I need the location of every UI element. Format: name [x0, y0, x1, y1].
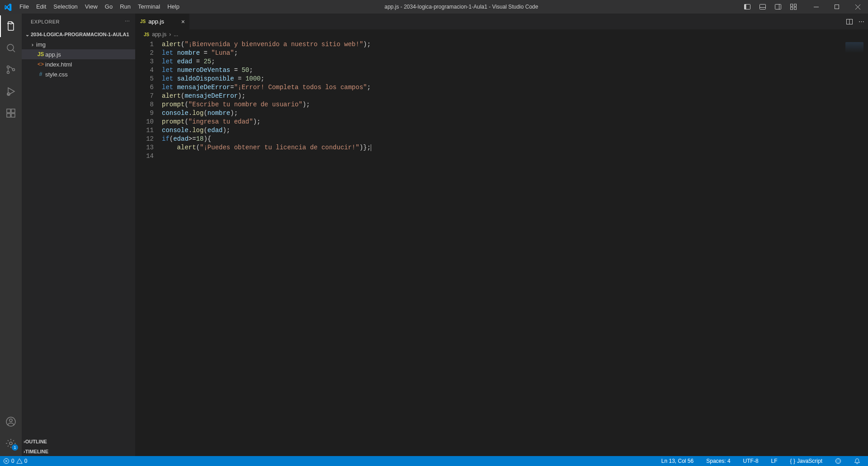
chevron-right-icon: › [29, 41, 36, 48]
more-actions-icon[interactable]: ⋯ [859, 18, 864, 25]
svg-rect-22 [11, 109, 15, 113]
activity-settings-icon[interactable]: 1 [0, 433, 22, 454]
menu-view[interactable]: View [81, 0, 101, 14]
svg-rect-10 [794, 7, 797, 10]
svg-point-24 [9, 419, 12, 422]
code-area[interactable]: alert("¡Bienvenida y bienvenido a nuestr… [162, 39, 841, 456]
breadcrumb-file: app.js [152, 31, 166, 38]
file-label: app.js [45, 51, 61, 58]
maximize-button[interactable] [826, 0, 847, 14]
status-problems[interactable]: 0 0 [0, 456, 30, 466]
chevron-down-icon: ⌄ [24, 32, 31, 38]
file-style-css[interactable]: # style.css [22, 69, 135, 79]
svg-rect-11 [814, 7, 819, 7]
activity-search-icon[interactable] [0, 37, 22, 59]
html-file-icon: <> [36, 61, 45, 67]
timeline-section[interactable]: › TIMELINE [22, 446, 135, 456]
svg-rect-7 [791, 4, 793, 6]
svg-line-14 [13, 50, 15, 52]
js-file-icon: JS [144, 32, 149, 37]
menu-terminal[interactable]: Terminal [134, 0, 164, 14]
explorer-title: EXPLORER [31, 19, 60, 24]
editor-body[interactable]: 1234567891011121314 alert("¡Bienvenida y… [136, 39, 868, 456]
tab-label: app.js [148, 18, 164, 25]
file-index-html[interactable]: <> index.html [22, 59, 135, 69]
activity-extensions-icon[interactable] [0, 102, 22, 124]
svg-rect-12 [835, 5, 839, 9]
activity-run-debug-icon[interactable] [0, 81, 22, 102]
activity-bar: 1 [0, 14, 22, 456]
status-language[interactable]: { } JavaScript [787, 456, 826, 466]
svg-point-15 [7, 66, 9, 68]
tabs-row: JS app.js × ⋯ [136, 14, 868, 29]
activity-source-control-icon[interactable] [0, 59, 22, 81]
title-bar: File Edit Selection View Go Run Terminal… [0, 0, 868, 14]
folder-img[interactable]: › img [22, 39, 135, 49]
close-tab-icon[interactable]: × [181, 18, 185, 25]
svg-rect-21 [11, 114, 15, 117]
menu-edit[interactable]: Edit [33, 0, 50, 14]
menu-file[interactable]: File [16, 0, 33, 14]
settings-badge: 1 [12, 444, 18, 451]
minimap[interactable] [841, 39, 868, 456]
svg-point-16 [7, 71, 9, 74]
status-eol[interactable]: LF [768, 456, 781, 466]
outline-section[interactable]: › OUTLINE [22, 436, 135, 446]
line-gutter: 1234567891011121314 [136, 39, 162, 456]
breadcrumb-rest: ... [174, 31, 178, 38]
minimize-button[interactable] [806, 0, 826, 14]
outline-label: OUTLINE [25, 439, 47, 444]
editor-group: JS app.js × ⋯ JS app.js › ... 1234567891… [136, 14, 868, 456]
svg-rect-1 [745, 5, 746, 10]
menu-run[interactable]: Run [116, 0, 134, 14]
svg-rect-8 [794, 4, 797, 6]
svg-point-25 [9, 442, 12, 445]
file-label: style.css [45, 71, 68, 78]
status-ln-col[interactable]: Ln 13, Col 56 [658, 456, 697, 466]
menu-go[interactable]: Go [101, 0, 116, 14]
project-root[interactable]: ⌄ 2034-LOGICA-PROGRAMACION-1-AULA1 [22, 29, 135, 39]
status-encoding[interactable]: UTF-8 [740, 456, 762, 466]
activity-explorer-icon[interactable] [0, 15, 22, 37]
status-errors: 0 [11, 458, 14, 464]
window-title: app.js - 2034-logica-programacion-1-Aula… [183, 4, 740, 10]
toggle-primary-sidebar-icon[interactable] [740, 0, 755, 14]
status-spaces[interactable]: Spaces: 4 [703, 456, 733, 466]
vscode-logo-icon [0, 3, 16, 11]
svg-rect-19 [7, 109, 10, 113]
menu-help[interactable]: Help [164, 0, 183, 14]
svg-point-13 [7, 44, 14, 51]
file-app-js[interactable]: JS app.js [22, 49, 135, 59]
svg-point-17 [13, 69, 15, 71]
breadcrumb[interactable]: JS app.js › ... [136, 29, 868, 39]
toggle-panel-icon[interactable] [755, 0, 770, 14]
customize-layout-icon[interactable] [786, 0, 801, 14]
status-bar: 0 0 Ln 13, Col 56 Spaces: 4 UTF-8 LF { }… [0, 456, 868, 466]
activity-accounts-icon[interactable] [0, 411, 22, 433]
toggle-secondary-sidebar-icon[interactable] [770, 0, 786, 14]
svg-rect-9 [791, 7, 793, 10]
svg-rect-5 [775, 5, 781, 10]
split-editor-icon[interactable] [846, 18, 853, 25]
minimap-preview [845, 42, 863, 53]
breadcrumb-sep: › [169, 31, 171, 38]
timeline-label: TIMELINE [25, 449, 48, 454]
close-button[interactable] [847, 0, 868, 14]
explorer-sidebar: EXPLORER ⋯ ⌄ 2034-LOGICA-PROGRAMACION-1-… [22, 14, 136, 456]
tab-app-js[interactable]: JS app.js × [136, 14, 190, 29]
explorer-more-icon[interactable]: ⋯ [125, 19, 130, 24]
status-language-label: JavaScript [797, 458, 822, 464]
menu-selection[interactable]: Selection [50, 0, 81, 14]
menu-bar: File Edit Selection View Go Run Terminal… [16, 0, 183, 14]
status-feedback-icon[interactable] [832, 456, 844, 466]
braces-icon: { } [790, 458, 795, 464]
file-label: index.html [45, 61, 72, 68]
folder-label: img [36, 41, 46, 48]
status-notifications-icon[interactable] [851, 456, 863, 466]
js-file-icon: JS [36, 51, 45, 57]
status-warnings: 0 [24, 458, 28, 464]
js-file-icon: JS [140, 19, 146, 24]
css-file-icon: # [36, 71, 45, 77]
svg-rect-20 [7, 114, 10, 117]
project-name: 2034-LOGICA-PROGRAMACION-1-AULA1 [31, 32, 129, 37]
